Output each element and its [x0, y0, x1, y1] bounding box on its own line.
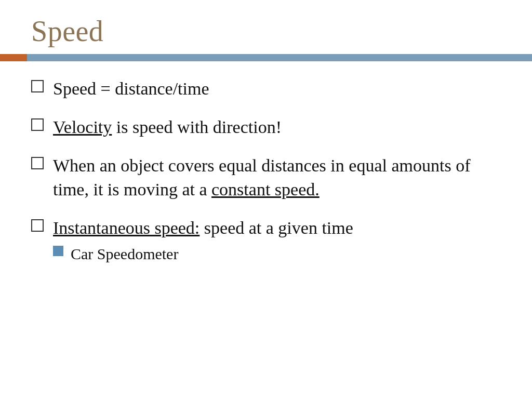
bullet-instantaneous: Instantaneous speed: speed at a given ti…: [31, 216, 501, 265]
bullet-velocity: Velocity is speed with direction!: [31, 115, 501, 139]
divider-orange: [0, 54, 27, 61]
instantaneous-speed-underlined: Instantaneous speed:: [53, 218, 200, 237]
bullet-constant-speed: When an object covers equal distances in…: [31, 154, 501, 202]
bullet-speed-formula: Speed = distance/time: [31, 77, 501, 101]
divider-bar: [0, 54, 532, 61]
velocity-underlined: Velocity: [53, 117, 112, 137]
bullet-text-4: Instantaneous speed: speed at a given ti…: [53, 216, 353, 240]
checkbox-sub: [53, 246, 63, 256]
bullet-text-1: Speed = distance/time: [53, 77, 209, 101]
slide-title: Speed: [31, 15, 501, 48]
checkbox-1: [31, 80, 44, 92]
divider-blue: [27, 54, 532, 61]
sub-bullet-car: Car Speedometer: [53, 244, 178, 265]
constant-speed-underlined: constant speed.: [211, 180, 320, 199]
checkbox-3: [31, 157, 44, 169]
title-area: Speed: [0, 0, 532, 54]
checkbox-4: [31, 219, 44, 232]
sub-bullet-text: Car Speedometer: [71, 244, 178, 265]
checkbox-2: [31, 118, 44, 131]
bullet-text-2: Velocity is speed with direction!: [53, 115, 282, 139]
content-area: Speed = distance/time Velocity is speed …: [0, 61, 532, 399]
bullet-text-3: When an object covers equal distances in…: [53, 154, 501, 202]
slide: Speed Speed = distance/time Velocity is …: [0, 0, 532, 399]
